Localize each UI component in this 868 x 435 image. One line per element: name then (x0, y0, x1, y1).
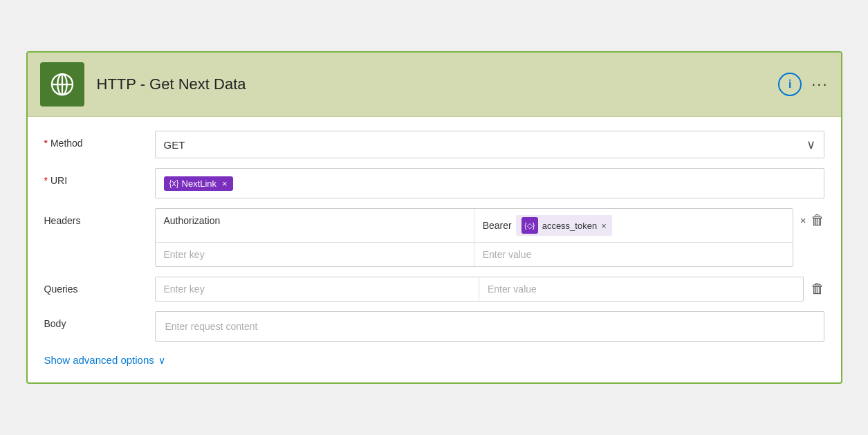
body-label: Body (44, 311, 155, 329)
body-input[interactable]: Enter request content (155, 311, 824, 342)
queries-label: Queries (44, 277, 155, 295)
show-advanced-link[interactable]: Show advanced options (44, 354, 154, 366)
uri-required-star: * (44, 175, 48, 186)
queries-delete-button[interactable]: 🗑 (811, 281, 824, 297)
advanced-chevron-icon: ∨ (158, 355, 165, 366)
headers-label: Headers (44, 208, 155, 226)
uri-label: *URI (44, 168, 155, 186)
headers-key-2[interactable]: Enter key (156, 243, 474, 266)
headers-row: Headers Authorization Bearer {◇} access_… (44, 208, 824, 267)
queries-key[interactable]: Enter key (156, 277, 480, 301)
nextlink-close[interactable]: × (222, 178, 228, 189)
nextlink-label: NextLink (182, 178, 217, 189)
headers-row-1: Authorization Bearer {◇} access_token × (156, 209, 793, 243)
nextlink-token[interactable]: {x} NextLink × (164, 176, 233, 191)
headers-delete-button[interactable]: 🗑 (811, 212, 824, 228)
queries-control: Enter key Enter value (155, 277, 804, 302)
access-token-label: access_token (542, 221, 598, 231)
uri-control: {x} NextLink × (155, 168, 824, 198)
advanced-options: Show advanced options ∨ (44, 354, 824, 366)
card-header: HTTP - Get Next Data i ··· (28, 53, 841, 117)
bearer-text: Bearer (483, 220, 512, 231)
method-required-star: * (44, 138, 48, 149)
queries-row-1: Enter key Enter value (156, 277, 803, 301)
method-row: *Method GET ∨ (44, 131, 824, 158)
headers-table: Authorization Bearer {◇} access_token × (155, 208, 793, 267)
header-icon-box (40, 62, 84, 107)
uri-input[interactable]: {x} NextLink × (155, 168, 824, 198)
headers-row-2: Enter key Enter value (156, 243, 793, 266)
card-body: *Method GET ∨ *URI {x} NextLink × (28, 117, 841, 382)
more-button[interactable]: ··· (811, 75, 828, 93)
globe-icon (50, 72, 75, 97)
uri-row: *URI {x} NextLink × (44, 168, 824, 198)
token-brace-icon: {x} (169, 178, 179, 188)
headers-control: Authorization Bearer {◇} access_token × (155, 208, 793, 267)
queries-table: Enter key Enter value (155, 277, 804, 302)
headers-key-1[interactable]: Authorization (156, 209, 474, 242)
body-placeholder: Enter request content (165, 321, 258, 332)
headers-actions: × 🗑 (793, 208, 824, 228)
queries-actions: 🗑 (804, 277, 824, 297)
method-label: *Method (44, 131, 155, 149)
headers-value-2[interactable]: Enter value (474, 243, 793, 266)
headers-close-button[interactable]: × (800, 214, 806, 226)
queries-value[interactable]: Enter value (479, 277, 803, 301)
headers-value-1[interactable]: Bearer {◇} access_token × (474, 209, 793, 242)
body-row: Body Enter request content (44, 311, 824, 342)
header-actions: i ··· (778, 73, 828, 96)
body-control: Enter request content (155, 311, 824, 342)
info-button[interactable]: i (778, 73, 802, 96)
access-token-close[interactable]: × (601, 221, 607, 231)
method-value: GET (164, 139, 185, 151)
queries-row: Queries Enter key Enter value 🗑 (44, 277, 824, 302)
chevron-down-icon: ∨ (806, 137, 815, 152)
http-card: HTTP - Get Next Data i ··· *Method GET ∨… (26, 51, 842, 384)
method-control: GET ∨ (155, 131, 824, 158)
token-purple-icon: {◇} (521, 217, 538, 234)
method-select[interactable]: GET ∨ (155, 131, 824, 158)
card-title: HTTP - Get Next Data (97, 75, 779, 93)
access-token-chip[interactable]: {◇} access_token × (516, 215, 612, 236)
